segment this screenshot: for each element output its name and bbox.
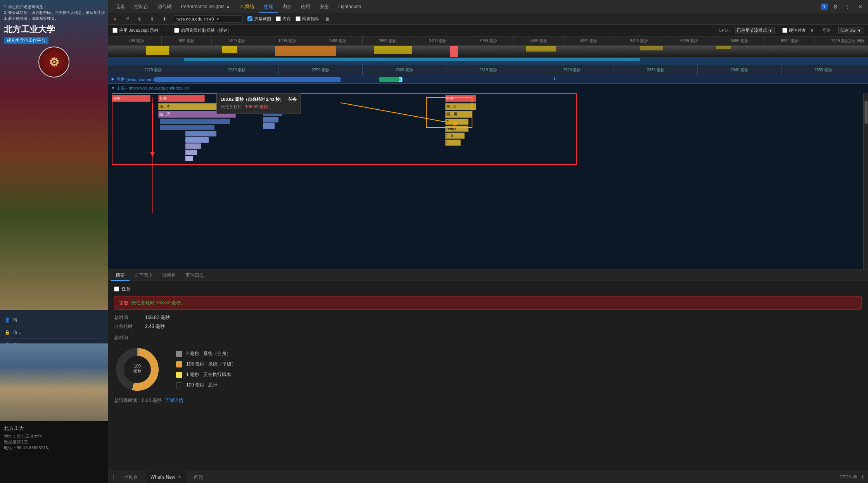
deep-block-3[interactable] — [185, 131, 216, 136]
detail-ruler[interactable]: 2279 毫秒 2289 毫秒 2299 毫秒 2309 毫秒 2319 毫秒 … — [108, 65, 868, 75]
devtools-footer: ⋮ 控制台 What's New ✕ 问题 CSDN @ _卜 — [108, 471, 868, 483]
legend-value-total: 109 毫秒 — [186, 382, 204, 388]
a-block[interactable]: A — [445, 119, 469, 125]
stop-button[interactable]: ⊘ — [136, 15, 144, 23]
deep-block-7[interactable] — [185, 156, 193, 161]
flame-graph-area[interactable]: 任务 任务 任务 任务 108.82 毫秒（自身耗时 2.43 秒） 任务 长任… — [108, 93, 868, 269]
network-dropdown[interactable]: 低速 3G ▼ — [838, 27, 863, 34]
network-request-bar-highlight — [399, 77, 402, 82]
tab-security[interactable]: 安全 — [315, 0, 334, 13]
hardware-concurrency-checkbox[interactable]: 硬件并发 — [782, 28, 806, 33]
event-block-1[interactable]: 事...d — [445, 103, 476, 110]
legend-item-total: 109 毫秒 总计 — [176, 382, 236, 388]
legend-value-0: 2 毫秒 — [186, 350, 199, 357]
task-block-4[interactable]: 任务 — [445, 95, 476, 102]
footer-menu-icon[interactable]: ⋮ — [111, 474, 116, 480]
mid-block-2[interactable] — [263, 117, 278, 122]
tab-lighthouse[interactable]: Lighthouse — [334, 0, 366, 13]
legend-value-1: 106 毫秒 — [186, 361, 204, 367]
deep-block-5[interactable] — [185, 143, 201, 149]
tab-summary[interactable]: 摘要 — [111, 269, 130, 281]
tab-network[interactable]: ⚠ 网络 — [235, 0, 259, 13]
footer-phone: 电话：86-10-88803916, — [4, 445, 104, 451]
tab-bottom-up[interactable]: 自下而上 — [130, 269, 157, 281]
university-name-line1: 1. 学生用户名密码均是： — [4, 4, 105, 10]
platform-badge: 研究生学位工作平台 — [4, 37, 48, 44]
total-time-value: 108.82 毫秒 — [145, 314, 170, 321]
ruler-mark-6: 3499 毫秒 — [413, 36, 463, 46]
url-selector[interactable]: lwss.ncut.edu.cn #3 ▼ — [173, 16, 243, 22]
download-button[interactable]: ⬇ — [161, 15, 168, 23]
red-arrow-line — [152, 97, 153, 213]
deep-block-2[interactable] — [160, 125, 214, 130]
l-block[interactable]: l — [445, 140, 461, 146]
mid-block-3[interactable] — [263, 123, 275, 129]
bottom-section: 摘要 自下而上 调用树 事件日志 任务 警告 长任务耗时 108.82 毫秒。 … — [108, 269, 868, 471]
tab-elements[interactable]: 元素 — [111, 0, 130, 13]
footer-tab-issues[interactable]: 问题 — [189, 471, 208, 483]
settings-gear-icon[interactable]: ⚙ — [831, 2, 840, 11]
footer-address: 教品楼201室 — [4, 439, 104, 445]
timeline-scrollbar-thumb[interactable] — [865, 101, 868, 124]
tab-event-log[interactable]: 事件日志 — [181, 269, 209, 281]
warning-bar: 警告 长任务耗时 108.82 毫秒。 — [114, 296, 862, 310]
legend-color-1 — [176, 361, 182, 367]
tab-sources[interactable]: 源代码 — [153, 0, 176, 13]
footer-tab-console[interactable]: 控制台 — [119, 471, 143, 483]
svg-text:毫秒: 毫秒 — [133, 369, 141, 373]
function-block-1[interactable]: 函...用 — [445, 111, 472, 118]
screenshot-checkbox[interactable]: 屏幕截图 — [247, 16, 271, 22]
memory-checkbox[interactable]: 内存 — [276, 16, 291, 22]
detail-mark-8: 2359 毫秒 — [781, 65, 865, 75]
reload-record-button[interactable]: ↺ — [123, 15, 131, 23]
fh-block[interactable]: f...h — [445, 133, 465, 139]
cpu-overview-bar — [108, 46, 868, 57]
js-disable-checkbox[interactable]: 停用 JavaScript 示例 — [112, 28, 158, 33]
tab-console[interactable]: 控制台 — [130, 0, 153, 13]
timeline-ruler[interactable]: 499 毫秒 999 毫秒 1499 毫秒 1999 毫秒 2499 毫秒 29… — [108, 36, 868, 46]
total-time-label: 总时间 — [114, 314, 145, 321]
record-button[interactable]: ● — [111, 15, 119, 23]
overview-bars[interactable] — [108, 46, 868, 65]
network-track[interactable]: ▶ 网络 (lwss.ncut.edu.cn) f... — [108, 75, 868, 84]
network-label: 网络： — [822, 28, 835, 33]
cpu-dropdown[interactable]: 已停用节流模式 ▼ — [735, 27, 775, 34]
ruler-mark-11: 5999 毫秒 — [664, 36, 714, 46]
task-block-1[interactable]: 任务 — [112, 95, 150, 102]
detail-mark-0: 2279 毫秒 — [111, 65, 195, 75]
university-logo: ⚙ — [38, 47, 69, 78]
deep-block-1[interactable] — [160, 119, 230, 124]
svg-text:109: 109 — [134, 364, 141, 368]
web-vitals-checkbox[interactable]: 网页指标 — [296, 16, 319, 22]
close-devtools-icon[interactable]: ✕ — [856, 2, 865, 11]
ready-block[interactable]: ready — [445, 126, 469, 132]
detail-mark-4: 2319 毫秒 — [446, 65, 530, 75]
deep-block-6[interactable] — [185, 150, 197, 155]
detail-mark-2: 2299 毫秒 — [278, 65, 362, 75]
total-time-row: 总时间 108.82 毫秒 — [114, 314, 862, 321]
hardware-concurrency-value: 8 — [809, 28, 814, 33]
tab-memory[interactable]: 内存 — [278, 0, 296, 13]
tab-performance-insights[interactable]: Performance insights ▲ — [176, 0, 235, 13]
tab-application[interactable]: 应用 — [296, 0, 315, 13]
task-filter-checkbox[interactable] — [114, 286, 119, 292]
tooltip-long-task-row: 长任务耗时 108.82 毫秒。 — [221, 104, 297, 110]
advanced-paint-checkbox[interactable]: 启用高级绘制插桩（慢速） — [174, 28, 232, 33]
upload-button[interactable]: ⬆ — [148, 15, 156, 23]
deep-block-4[interactable] — [185, 137, 209, 143]
timeline-track-area[interactable]: ▶ 网络 (lwss.ncut.edu.cn) f... ▼ 主要 - http… — [108, 75, 868, 269]
legend-label-total: 总计 — [208, 382, 218, 388]
nav-item-1[interactable]: 请... — [13, 317, 21, 323]
footer-tab-close-icon[interactable]: ✕ — [178, 471, 182, 483]
timeline-scrollbar[interactable] — [863, 93, 868, 269]
ruler-marks-container: 499 毫秒 999 毫秒 1499 毫秒 1999 毫秒 2499 毫秒 29… — [111, 36, 865, 46]
more-options-icon[interactable]: ⋮ — [843, 2, 852, 11]
ruler-mark-8: 4499 毫秒 — [513, 36, 564, 46]
task-block-2[interactable]: 任务 — [158, 95, 205, 102]
learn-more-link[interactable]: 了解详情 — [165, 397, 183, 404]
tab-performance[interactable]: 性能 — [259, 0, 278, 13]
tab-call-tree[interactable]: 调用树 — [157, 269, 181, 281]
nav-item-2[interactable]: 请... — [13, 329, 21, 335]
delete-recording-button[interactable]: 🗑 — [324, 15, 332, 23]
footer-tab-whats-new[interactable]: What's New ✕ — [146, 471, 186, 483]
